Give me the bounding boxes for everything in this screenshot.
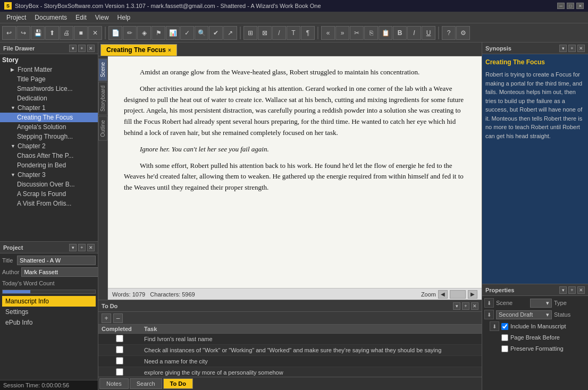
- menu-help[interactable]: Help: [113, 13, 135, 22]
- synopsis-close[interactable]: ✕: [577, 45, 585, 52]
- synopsis-add[interactable]: +: [568, 45, 576, 52]
- todo-check-3[interactable]: [116, 357, 123, 364]
- maximize-button[interactable]: □: [567, 3, 574, 9]
- menu-project[interactable]: Project: [2, 13, 30, 22]
- vtab-outline[interactable]: Outline: [98, 116, 107, 141]
- tree-chaos-after[interactable]: Chaos After The P...: [0, 151, 98, 160]
- tree-scrap-is-found[interactable]: A Scrap Is Found: [0, 189, 98, 199]
- toolbar-btn-5[interactable]: ■: [74, 26, 88, 40]
- toolbar-btn-arrow[interactable]: ↗: [223, 26, 237, 40]
- toolbar-btn-help[interactable]: ?: [442, 26, 456, 40]
- toolbar-btn-underline[interactable]: U: [422, 26, 435, 40]
- tree-discussion-over[interactable]: Discussion Over B...: [0, 180, 98, 189]
- toolbar-btn-tick[interactable]: ✔: [209, 26, 223, 40]
- tree-angelas-solution[interactable]: Angela's Solution: [0, 122, 98, 132]
- toolbar-btn-16[interactable]: »: [335, 26, 349, 40]
- author-input[interactable]: [21, 267, 98, 277]
- toolbar-btn-11[interactable]: ⊠: [258, 26, 272, 40]
- project-add[interactable]: +: [78, 244, 86, 251]
- todo-check-2[interactable]: [116, 346, 123, 353]
- toolbar-btn-bold[interactable]: B: [393, 26, 407, 40]
- prop-include-icon: ⬇: [490, 321, 499, 331]
- prop-pagebreak-checkbox[interactable]: [501, 334, 508, 341]
- todo-add-btn[interactable]: +: [102, 313, 111, 323]
- toolbar-btn-chart[interactable]: 📊: [166, 26, 180, 40]
- toolbar-btn-2[interactable]: ↪: [16, 26, 30, 40]
- properties-minimize[interactable]: ▾: [559, 286, 567, 294]
- toolbar-btn-paste[interactable]: 📋: [379, 26, 392, 40]
- menu-view[interactable]: View: [91, 13, 113, 22]
- zoom-out-button[interactable]: ◀: [438, 290, 448, 299]
- nav-settings[interactable]: Settings: [2, 307, 96, 317]
- tree-story[interactable]: Story: [0, 55, 98, 65]
- todo-close[interactable]: ✕: [471, 302, 478, 310]
- toolbar-btn-6[interactable]: ✕: [88, 26, 102, 40]
- synopsis-content[interactable]: Creating The Focus Robert is trying to c…: [482, 54, 588, 284]
- toolbar-btn-7[interactable]: 📄: [108, 26, 122, 40]
- todo-check-1[interactable]: [116, 335, 123, 342]
- toolbar-btn-print[interactable]: 🖨: [60, 26, 73, 40]
- todo-remove-btn[interactable]: –: [113, 313, 123, 323]
- tree-chapter-2[interactable]: ▼Chapter 2: [0, 141, 98, 151]
- toolbar-btn-zoom[interactable]: 🔍: [195, 26, 208, 40]
- toolbar-btn-pencil[interactable]: ✏: [123, 26, 137, 40]
- toolbar-btn-cut[interactable]: ✂: [350, 26, 364, 40]
- toolbar-btn-10[interactable]: ⊞: [243, 26, 257, 40]
- tree-chapter-1[interactable]: ▼Chapter 1: [0, 103, 98, 113]
- properties-add[interactable]: +: [568, 286, 576, 294]
- toolbar-btn-15[interactable]: «: [321, 26, 335, 40]
- toolbar-btn-17[interactable]: ⚙: [456, 26, 470, 40]
- todo-check-4[interactable]: [116, 368, 123, 376]
- minimize-button[interactable]: ─: [557, 3, 565, 9]
- toolbar-btn-14[interactable]: ¶: [301, 26, 315, 40]
- todo-minimize[interactable]: ▾: [453, 302, 460, 310]
- toolbar-btn-save[interactable]: 💾: [31, 26, 45, 40]
- tree-dedication[interactable]: Dedication: [0, 94, 98, 103]
- project-close[interactable]: ✕: [87, 244, 95, 251]
- tree-pondering[interactable]: Pondering in Bed: [0, 160, 98, 170]
- close-button[interactable]: ✕: [576, 3, 584, 9]
- prop-preserve-checkbox[interactable]: [501, 345, 508, 352]
- file-drawer-add[interactable]: +: [78, 45, 86, 52]
- prop-status-dropdown[interactable]: Second Draft▾: [496, 310, 552, 319]
- toolbar-btn-8[interactable]: ◈: [137, 26, 151, 40]
- menu-documents[interactable]: Documents: [30, 13, 71, 22]
- todo-tab-todo[interactable]: To Do: [163, 378, 193, 389]
- doc-tab-close[interactable]: ×: [168, 47, 171, 53]
- editor-scroll[interactable]: Amidst an orange glow from the Weave-hea…: [108, 56, 482, 288]
- file-drawer-close[interactable]: ✕: [87, 45, 95, 52]
- todo-tab-search[interactable]: Search: [130, 378, 162, 389]
- tree-visit-from[interactable]: A Visit From Orlis...: [0, 199, 98, 208]
- prop-scene-dropdown[interactable]: ▾: [530, 299, 552, 308]
- toolbar-btn-9[interactable]: ⚑: [152, 26, 165, 40]
- tree-stepping-through[interactable]: Stepping Through...: [0, 132, 98, 141]
- file-drawer-minimize[interactable]: ▾: [69, 45, 77, 52]
- toolbar-btn-13[interactable]: T: [287, 26, 300, 40]
- nav-epub-info[interactable]: ePub Info: [2, 317, 96, 328]
- tree-chapter-3[interactable]: ▼Chapter 3: [0, 170, 98, 180]
- vtab-storyboard[interactable]: Storyboard: [98, 82, 107, 115]
- tree-title-page[interactable]: Title Page: [0, 74, 98, 84]
- vtab-scene[interactable]: Scene: [98, 58, 107, 81]
- doc-tab-creating[interactable]: Creating The Focus ×: [100, 44, 177, 56]
- zoom-in-button[interactable]: ▶: [468, 290, 477, 299]
- prop-include-checkbox[interactable]: [501, 323, 508, 330]
- synopsis-minimize[interactable]: ▾: [559, 45, 567, 52]
- properties-close[interactable]: ✕: [577, 286, 585, 294]
- toolbar-btn-upload[interactable]: ⬆: [45, 26, 59, 40]
- todo-add[interactable]: +: [462, 302, 469, 310]
- toolbar-btn-italic[interactable]: I: [407, 26, 421, 40]
- toolbar-btn-1[interactable]: ↩: [2, 26, 16, 40]
- toolbar-btn-12[interactable]: /: [272, 26, 286, 40]
- title-input[interactable]: [17, 256, 96, 265]
- toolbar-btn-copy[interactable]: ⎘: [364, 26, 378, 40]
- nav-manuscript-info[interactable]: Manuscript Info: [2, 296, 96, 307]
- project-minimize[interactable]: ▾: [69, 244, 77, 251]
- tree-creating-the-focus[interactable]: Creating The Focus: [0, 113, 98, 122]
- tree-smashwords[interactable]: Smashwords Lice...: [0, 84, 98, 94]
- todo-tab-notes[interactable]: Notes: [99, 378, 129, 389]
- tree-front-matter[interactable]: ▶Front Matter: [0, 65, 98, 74]
- toolbar-btn-check[interactable]: ✓: [180, 26, 194, 40]
- zoom-slider[interactable]: [450, 290, 466, 299]
- menu-edit[interactable]: Edit: [71, 13, 91, 22]
